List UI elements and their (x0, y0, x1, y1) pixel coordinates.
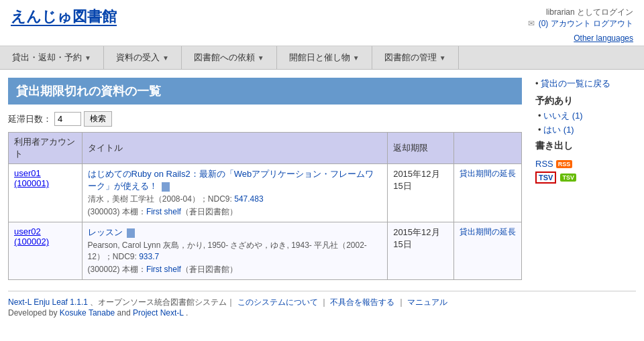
search-input[interactable] (54, 112, 81, 126)
nav-manage-arrow: ▼ (439, 54, 446, 62)
login-text: librarian としてログイン (546, 7, 633, 17)
site-title-link[interactable]: えんじゅ図書館 (11, 8, 117, 26)
manual-link[interactable]: マニュアル (407, 297, 447, 307)
overdue-table: 利用者アカウント タイトル 返却期限 user01 (100001) はじめての… (8, 132, 522, 280)
action-cell-1: 貸出期間の延長 (453, 164, 521, 222)
search-label: 延滞日数： (8, 113, 52, 125)
nav-checkout-label: 貸出・返却・予約 (12, 52, 82, 64)
list-item: いいえ (1) (538, 110, 636, 122)
reservation-list: いいえ (1) はい (1) (535, 110, 636, 136)
search-button[interactable]: 検索 (84, 111, 112, 127)
col-due: 返却期限 (388, 133, 454, 164)
nav-receive-label: 資料の受入 (116, 52, 160, 64)
nav-receive-arrow: ▼ (162, 54, 169, 62)
site-title: えんじゅ図書館 (11, 7, 117, 27)
location-2: (300002) 本棚：First shelf（蒼日図書館） (88, 264, 382, 275)
reservation-no-link[interactable]: いいえ (1) (543, 111, 583, 121)
header: えんじゅ図書館 librarian としてログイン ✉ (0) アカウント ログ… (0, 0, 644, 46)
nav-manage[interactable]: 図書館の管理 ▼ (372, 46, 459, 69)
nav-checkout-arrow: ▼ (85, 54, 91, 62)
reservation-yes-link[interactable]: はい (1) (543, 125, 574, 135)
account-link[interactable]: アカウント (551, 19, 591, 28)
tsv-green-badge: TSV (560, 174, 576, 182)
extend-link-1[interactable]: 貸出期間の延長 (460, 169, 516, 178)
logout-link[interactable]: ログアウト (593, 19, 633, 28)
footer-line1: Next-L Enju Leaf 1.1.1 、オープンソース統合図書館システム… (8, 297, 636, 308)
nav-events-arrow: ▼ (353, 54, 360, 62)
export-title: 書き出し (535, 140, 636, 152)
page-title: 貸出期限切れの資料の一覧 (8, 78, 522, 105)
project-link[interactable]: Project Next-L (133, 308, 184, 318)
sidebar-back: 貸出の一覧に戻る (535, 78, 636, 90)
author-link[interactable]: Kosuke Tanabe (60, 308, 115, 318)
col-user: 利用者アカウント (9, 133, 83, 164)
rss-link[interactable]: RSS (535, 159, 553, 169)
book-icon-1 (162, 182, 170, 192)
period: . (186, 308, 188, 318)
mail-icon: ✉ (528, 19, 535, 28)
table-row: user01 (100001) はじめてのRuby on Rails2：最新の「… (9, 164, 522, 222)
user-info: librarian としてログイン ✉ (0) アカウント ログアウト Othe… (528, 7, 633, 43)
action-cell-2: 貸出期間の延長 (453, 222, 521, 280)
about-link[interactable]: このシステムについて (237, 297, 318, 307)
dev-text: Developed by (8, 308, 57, 318)
sidebar: 貸出の一覧に戻る 予約あり いいえ (1) はい (1) 書き出し RSS (522, 78, 636, 280)
system-name-link[interactable]: Next-L Enju Leaf 1.1.1 (8, 297, 88, 307)
login-info: librarian としてログイン (528, 7, 633, 18)
and-text: and (117, 308, 131, 318)
other-languages-link[interactable]: Other languages (574, 33, 633, 43)
rss-badge: RSS (556, 160, 573, 168)
nav-request[interactable]: 図書館への依頼 ▼ (182, 46, 277, 69)
mail-count[interactable]: (0) (539, 19, 549, 28)
back-link[interactable]: 貸出の一覧に戻る (541, 78, 610, 88)
title-link-2[interactable]: レッスン (88, 227, 123, 237)
col-action (453, 133, 521, 164)
title-link-1[interactable]: はじめてのRuby on Rails2：最新の「Webアプリケーション・フレーム… (88, 169, 374, 191)
ndc-link-2[interactable]: 933.7 (139, 252, 159, 261)
title-main-2: レッスン (88, 226, 382, 238)
shelf-link-1[interactable]: First shelf (146, 207, 181, 216)
footer-line2: Developed by Kosuke Tanabe and Project N… (8, 308, 636, 318)
report-link[interactable]: 不具合を報告する (330, 297, 394, 307)
nav-request-arrow: ▼ (258, 54, 264, 62)
sub-info-1: 清水，美樹 工学社（2008-04）；NDC9: 547.483 (88, 194, 382, 205)
nav-checkout[interactable]: 貸出・返却・予約 ▼ (0, 46, 104, 69)
footer-desc: 、オープンソース統合図書館システム｜ (90, 297, 235, 307)
ndc-link-1[interactable]: 547.483 (234, 194, 263, 204)
nav-manage-label: 図書館の管理 (384, 52, 437, 64)
table-row: user02 (100002) レッスン Pearson, Carol Lynn… (9, 222, 522, 280)
nav-events-label: 開館日と催し物 (289, 52, 350, 64)
extend-link-2[interactable]: 貸出期間の延長 (460, 227, 516, 236)
tsv-link[interactable]: TSV (535, 172, 556, 184)
account-bar: ✉ (0) アカウント ログアウト (528, 18, 633, 29)
title-cell-2: レッスン Pearson, Carol Lynn 灰島，かり, 1950- さざ… (82, 222, 388, 280)
user-cell-2: user02 (100002) (9, 222, 83, 280)
user-cell-1: user01 (100001) (9, 164, 83, 222)
title-cell-1: はじめてのRuby on Rails2：最新の「Webアプリケーション・フレーム… (82, 164, 388, 222)
sub-info-2: Pearson, Carol Lynn 灰島，かり, 1950- さざめや，ゆき… (88, 240, 382, 263)
book-icon-2 (127, 228, 135, 238)
nav-request-label: 図書館への依頼 (194, 52, 255, 64)
main-layout: 貸出期限切れの資料の一覧 延滞日数： 検索 利用者アカウント タイトル 返却期限 (0, 70, 644, 280)
due-cell-1: 2015年12月15日 (388, 164, 454, 222)
user-num-link-2[interactable]: (100002) (14, 236, 49, 247)
shelf-link-2[interactable]: First shelf (146, 265, 181, 274)
rss-export: RSS RSS (535, 159, 636, 169)
other-languages: Other languages (528, 33, 633, 43)
footer: Next-L Enju Leaf 1.1.1 、オープンソース統合図書館システム… (8, 291, 636, 318)
user-link-1[interactable]: user01 (14, 168, 41, 178)
tsv-export: TSV TSV (535, 172, 636, 184)
title-main-1: はじめてのRuby on Rails2：最新の「Webアプリケーション・フレーム… (88, 168, 382, 192)
col-title: タイトル (82, 133, 388, 164)
navbar: 貸出・返却・予約 ▼ 資料の受入 ▼ 図書館への依頼 ▼ 開館日と催し物 ▼ 図… (0, 46, 644, 70)
export-section: RSS RSS TSV TSV (535, 159, 636, 184)
user-num-link-1[interactable]: (100001) (14, 178, 49, 188)
search-bar: 延滞日数： 検索 (8, 111, 522, 127)
user-link-2[interactable]: user02 (14, 226, 41, 236)
nav-events[interactable]: 開館日と催し物 ▼ (277, 46, 372, 69)
due-cell-2: 2015年12月15日 (388, 222, 454, 280)
list-item: はい (1) (538, 124, 636, 136)
tsv-badge: TSV (535, 172, 556, 184)
reservation-title: 予約あり (535, 95, 636, 107)
nav-receive[interactable]: 資料の受入 ▼ (104, 46, 182, 69)
